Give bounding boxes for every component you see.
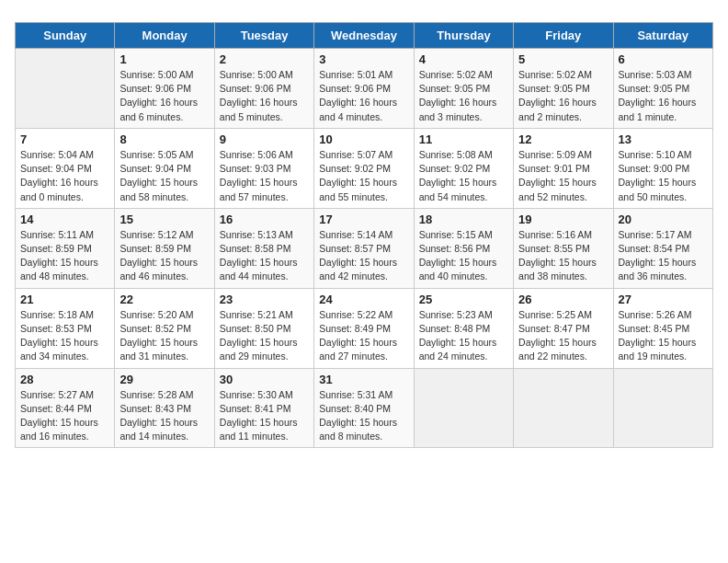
day-info: Sunrise: 5:13 AMSunset: 8:58 PMDaylight:… [220,228,309,284]
day-number: 24 [319,293,408,306]
day-cell: 20Sunrise: 5:17 AMSunset: 8:54 PMDayligh… [613,208,712,288]
day-number: 13 [619,132,708,146]
day-number: 28 [20,373,109,386]
day-info: Sunrise: 5:20 AMSunset: 8:52 PMDaylight:… [119,308,209,364]
day-cell: 19Sunrise: 5:16 AMSunset: 8:55 PMDayligh… [514,208,613,288]
day-info: Sunrise: 5:02 AMSunset: 9:05 PMDaylight:… [419,68,508,124]
day-number: 9 [220,132,309,146]
day-info: Sunrise: 5:06 AMSunset: 9:03 PMDaylight:… [220,148,309,204]
day-number: 6 [619,52,708,66]
day-number: 22 [119,293,209,306]
day-info: Sunrise: 5:08 AMSunset: 9:02 PMDaylight:… [419,148,508,204]
day-info: Sunrise: 5:15 AMSunset: 8:56 PMDaylight:… [419,228,508,284]
day-number: 4 [419,52,508,66]
day-number: 16 [220,213,309,226]
day-cell: 30Sunrise: 5:30 AMSunset: 8:41 PMDayligh… [214,368,313,448]
day-info: Sunrise: 5:10 AMSunset: 9:00 PMDaylight:… [619,148,708,204]
day-info: Sunrise: 5:05 AMSunset: 9:04 PMDaylight:… [119,148,209,204]
day-cell [414,368,513,448]
day-cell: 29Sunrise: 5:28 AMSunset: 8:43 PMDayligh… [115,368,214,448]
day-number: 8 [119,132,209,146]
day-info: Sunrise: 5:26 AMSunset: 8:45 PMDaylight:… [619,308,708,364]
day-cell: 1Sunrise: 5:00 AMSunset: 9:06 PMDaylight… [115,49,214,129]
day-info: Sunrise: 5:18 AMSunset: 8:53 PMDaylight:… [20,308,109,364]
day-cell: 15Sunrise: 5:12 AMSunset: 8:59 PMDayligh… [115,208,214,288]
week-row-3: 14Sunrise: 5:11 AMSunset: 8:59 PMDayligh… [16,208,713,288]
day-cell: 12Sunrise: 5:09 AMSunset: 9:01 PMDayligh… [514,128,613,208]
day-number: 27 [619,293,708,306]
day-cell: 5Sunrise: 5:02 AMSunset: 9:05 PMDaylight… [514,49,613,129]
day-cell: 16Sunrise: 5:13 AMSunset: 8:58 PMDayligh… [214,208,313,288]
day-info: Sunrise: 5:21 AMSunset: 8:50 PMDaylight:… [220,308,309,364]
day-number: 2 [220,52,309,66]
day-cell: 6Sunrise: 5:03 AMSunset: 9:05 PMDaylight… [613,49,712,129]
day-cell: 4Sunrise: 5:02 AMSunset: 9:05 PMDaylight… [414,49,513,129]
day-info: Sunrise: 5:02 AMSunset: 9:05 PMDaylight:… [518,68,608,124]
header-cell-tuesday: Tuesday [214,23,313,49]
day-info: Sunrise: 5:00 AMSunset: 9:06 PMDaylight:… [220,68,309,124]
day-info: Sunrise: 5:11 AMSunset: 8:59 PMDaylight:… [20,228,109,284]
day-info: Sunrise: 5:12 AMSunset: 8:59 PMDaylight:… [119,228,209,284]
day-cell [514,368,613,448]
week-row-5: 28Sunrise: 5:27 AMSunset: 8:44 PMDayligh… [16,368,713,448]
day-cell: 10Sunrise: 5:07 AMSunset: 9:02 PMDayligh… [314,128,414,208]
day-number: 19 [518,213,608,226]
day-number: 14 [20,213,109,226]
day-info: Sunrise: 5:27 AMSunset: 8:44 PMDaylight:… [20,388,109,444]
day-number: 23 [220,293,309,306]
day-info: Sunrise: 5:14 AMSunset: 8:57 PMDaylight:… [319,228,408,284]
day-number: 26 [518,293,608,306]
day-info: Sunrise: 5:23 AMSunset: 8:48 PMDaylight:… [419,308,508,364]
day-info: Sunrise: 5:25 AMSunset: 8:47 PMDaylight:… [518,308,608,364]
day-info: Sunrise: 5:17 AMSunset: 8:54 PMDaylight:… [619,228,708,284]
header-cell-sunday: Sunday [16,23,115,49]
calendar-table: SundayMondayTuesdayWednesdayThursdayFrid… [15,22,713,448]
day-cell: 31Sunrise: 5:31 AMSunset: 8:40 PMDayligh… [314,368,414,448]
day-cell: 23Sunrise: 5:21 AMSunset: 8:50 PMDayligh… [214,288,313,368]
day-number: 7 [20,132,109,146]
day-number: 1 [119,52,209,66]
week-row-1: 1Sunrise: 5:00 AMSunset: 9:06 PMDaylight… [16,49,713,129]
day-number: 5 [518,52,608,66]
day-cell [16,49,115,129]
day-info: Sunrise: 5:22 AMSunset: 8:49 PMDaylight:… [319,308,408,364]
day-cell: 18Sunrise: 5:15 AMSunset: 8:56 PMDayligh… [414,208,513,288]
day-number: 18 [419,213,508,226]
day-info: Sunrise: 5:31 AMSunset: 8:40 PMDaylight:… [319,388,408,444]
day-number: 21 [20,293,109,306]
day-info: Sunrise: 5:30 AMSunset: 8:41 PMDaylight:… [220,388,309,444]
day-cell: 21Sunrise: 5:18 AMSunset: 8:53 PMDayligh… [16,288,115,368]
day-cell: 13Sunrise: 5:10 AMSunset: 9:00 PMDayligh… [613,128,712,208]
day-number: 11 [419,132,508,146]
day-number: 30 [220,373,309,386]
day-number: 29 [119,373,209,386]
header-row: SundayMondayTuesdayWednesdayThursdayFrid… [16,23,713,49]
day-number: 20 [619,213,708,226]
day-info: Sunrise: 5:03 AMSunset: 9:05 PMDaylight:… [619,68,708,124]
day-cell: 8Sunrise: 5:05 AMSunset: 9:04 PMDaylight… [115,128,214,208]
day-number: 17 [319,213,408,226]
day-cell: 7Sunrise: 5:04 AMSunset: 9:04 PMDaylight… [16,128,115,208]
day-cell: 14Sunrise: 5:11 AMSunset: 8:59 PMDayligh… [16,208,115,288]
day-cell: 24Sunrise: 5:22 AMSunset: 8:49 PMDayligh… [314,288,414,368]
day-cell: 25Sunrise: 5:23 AMSunset: 8:48 PMDayligh… [414,288,513,368]
day-number: 15 [119,213,209,226]
day-info: Sunrise: 5:00 AMSunset: 9:06 PMDaylight:… [119,68,209,124]
header-cell-monday: Monday [115,23,214,49]
day-number: 25 [419,293,508,306]
day-info: Sunrise: 5:28 AMSunset: 8:43 PMDaylight:… [119,388,209,444]
day-number: 12 [518,132,608,146]
day-cell [613,368,712,448]
day-number: 10 [319,132,408,146]
day-info: Sunrise: 5:04 AMSunset: 9:04 PMDaylight:… [20,148,109,204]
day-number: 3 [319,52,408,66]
week-row-4: 21Sunrise: 5:18 AMSunset: 8:53 PMDayligh… [16,288,713,368]
day-number: 31 [319,373,408,386]
day-cell: 11Sunrise: 5:08 AMSunset: 9:02 PMDayligh… [414,128,513,208]
day-cell: 27Sunrise: 5:26 AMSunset: 8:45 PMDayligh… [613,288,712,368]
day-info: Sunrise: 5:01 AMSunset: 9:06 PMDaylight:… [319,68,408,124]
day-cell: 9Sunrise: 5:06 AMSunset: 9:03 PMDaylight… [214,128,313,208]
day-info: Sunrise: 5:16 AMSunset: 8:55 PMDaylight:… [518,228,608,284]
day-cell: 2Sunrise: 5:00 AMSunset: 9:06 PMDaylight… [214,49,313,129]
day-cell: 26Sunrise: 5:25 AMSunset: 8:47 PMDayligh… [514,288,613,368]
